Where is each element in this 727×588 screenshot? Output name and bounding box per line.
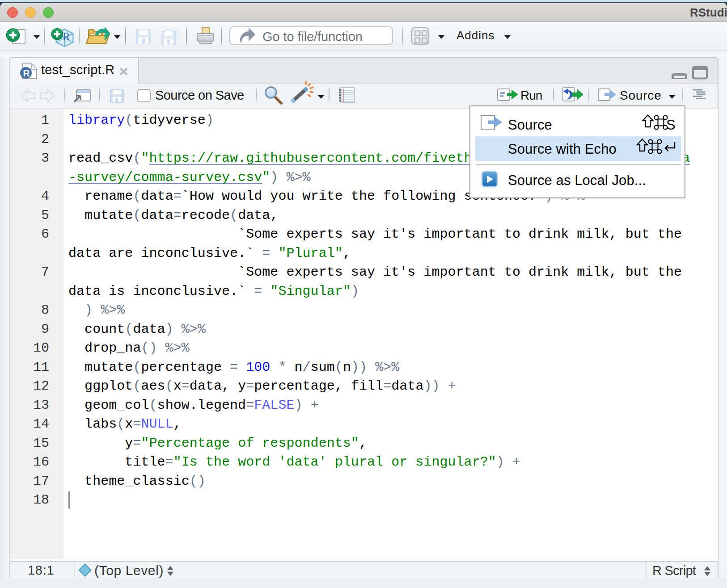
svg-text:R: R	[23, 68, 30, 78]
svg-text:R: R	[63, 30, 70, 42]
